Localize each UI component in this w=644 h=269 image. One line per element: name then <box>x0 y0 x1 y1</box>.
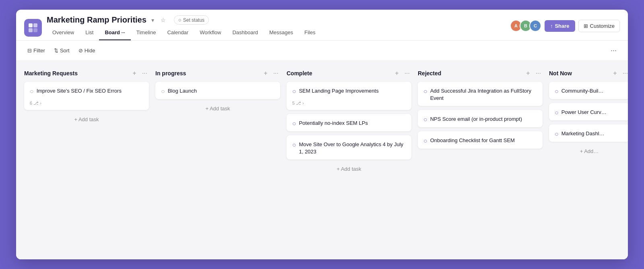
header: Marketing Ramp Priorities ▾ ☆ ○ Set stat… <box>16 10 628 41</box>
column-in-progress: In progress + ··· ○ Blog Launch + Add ta… <box>155 69 280 251</box>
customize-button[interactable]: ⊞ Customize <box>578 20 620 32</box>
card-title: Add Successful Jira Integration as FullS… <box>430 87 537 102</box>
column-more-btn-in-progress[interactable]: ··· <box>272 69 280 78</box>
column-add-btn-in-progress[interactable]: + <box>262 69 269 78</box>
board-more-icon: ··· <box>122 30 125 35</box>
card-title: Potentially no-index SEM LPs <box>299 120 368 127</box>
add-task-btn-marketing-requests[interactable]: + Add task <box>24 114 149 125</box>
filter-icon: ⊟ <box>27 48 32 54</box>
card-blog-launch[interactable]: ○ Blog Launch <box>155 82 280 99</box>
check-icon: ○ <box>555 109 559 116</box>
card-ga4[interactable]: ○ Move Site Over to Google Analytics 4 b… <box>287 135 411 159</box>
card-title: Improve Site's SEO / Fix SEO Errors <box>37 87 122 95</box>
check-icon: ○ <box>30 88 34 95</box>
card-title: SEM Landing Page Improvements <box>299 87 379 95</box>
card-meta: 5 ⎇ › <box>292 98 406 106</box>
hide-icon: ⊘ <box>78 48 83 54</box>
column-more-btn-not-now[interactable]: ··· <box>621 69 628 78</box>
column-add-btn-not-now[interactable]: + <box>611 69 618 78</box>
check-icon: ○ <box>555 130 559 138</box>
tab-board[interactable]: Board ··· <box>99 27 130 40</box>
check-icon: ○ <box>423 116 427 123</box>
tab-overview[interactable]: Overview <box>47 27 80 40</box>
avatar-3: C <box>529 20 541 32</box>
tab-workflow[interactable]: Workflow <box>194 27 227 40</box>
svg-rect-0 <box>29 23 33 27</box>
filter-label: Filter <box>33 48 45 54</box>
column-add-btn-complete[interactable]: + <box>393 69 400 78</box>
column-complete: Complete + ··· ○ SEM Landing Page Improv… <box>287 69 411 251</box>
avatars: A B C <box>510 20 541 32</box>
customize-icon: ⊞ <box>584 23 588 29</box>
column-header-not-now: Not Now + ··· <box>549 69 628 78</box>
column-header-complete: Complete + ··· <box>287 69 411 78</box>
filter-btn[interactable]: ⊟ Filter <box>24 46 48 55</box>
card-sem-landing[interactable]: ○ SEM Landing Page Improvements 5 ⎇ › <box>287 82 411 110</box>
svg-rect-3 <box>33 28 37 32</box>
card-title-row: ○ Add Successful Jira Integration as Ful… <box>423 87 537 102</box>
check-icon: ○ <box>555 88 559 95</box>
add-task-btn-in-progress[interactable]: + Add task <box>155 103 280 114</box>
check-icon: ○ <box>423 137 427 145</box>
card-no-index[interactable]: ○ Potentially no-index SEM LPs <box>287 114 411 131</box>
tab-messages[interactable]: Messages <box>264 27 299 40</box>
column-not-now: Not Now + ··· ○ Community-Buil… ○ Power … <box>549 69 628 251</box>
add-task-btn-not-now[interactable]: + Add… <box>549 146 628 157</box>
column-add-btn-rejected[interactable]: + <box>524 69 531 78</box>
card-title: Power User Curv… <box>561 109 607 116</box>
column-more-btn-marketing-requests[interactable]: ··· <box>140 69 149 78</box>
card-title-row: ○ Improve Site's SEO / Fix SEO Errors <box>30 87 143 95</box>
column-add-btn-marketing-requests[interactable]: + <box>131 69 138 78</box>
tab-files[interactable]: Files <box>299 27 321 40</box>
set-status-label: Set status <box>183 17 204 23</box>
add-task-btn-complete[interactable]: + Add task <box>287 163 411 174</box>
column-title-rejected: Rejected <box>418 70 522 77</box>
tab-calendar[interactable]: Calendar <box>161 27 194 40</box>
card-marketing-dash[interactable]: ○ Marketing Dashl… <box>549 124 628 142</box>
card-title: Onboarding Checklist for Gantt SEM <box>430 137 515 144</box>
column-more-btn-complete[interactable]: ··· <box>403 69 411 78</box>
nav-tabs: Overview List Board ··· Timeline Calenda… <box>47 27 505 40</box>
card-power-user[interactable]: ○ Power User Curv… <box>549 103 628 120</box>
check-icon: ○ <box>292 120 296 127</box>
column-header-marketing-requests: Marketing Requests + ··· <box>24 69 149 78</box>
card-title: Blog Launch <box>168 87 197 95</box>
sort-btn[interactable]: ⇅ Sort <box>51 46 73 55</box>
card-title-row: ○ Blog Launch <box>161 87 275 95</box>
title-dropdown-btn[interactable]: ▾ <box>150 16 156 24</box>
circle-icon: ○ <box>178 17 182 23</box>
card-title: Move Site Over to Google Analytics 4 by … <box>299 141 406 155</box>
set-status-btn[interactable]: ○ Set status <box>174 15 209 25</box>
card-title-row: ○ Power User Curv… <box>555 109 624 116</box>
card-nps[interactable]: ○ NPS Score email (or in-product prompt) <box>418 110 543 127</box>
column-more-btn-rejected[interactable]: ··· <box>534 69 543 78</box>
hide-btn[interactable]: ⊘ Hide <box>75 46 99 55</box>
header-right: A B C ↑ Share ⊞ Customize <box>510 20 620 36</box>
tab-list[interactable]: List <box>80 27 99 40</box>
card-community[interactable]: ○ Community-Buil… <box>549 82 628 99</box>
column-title-complete: Complete <box>287 70 391 77</box>
tab-timeline[interactable]: Timeline <box>131 27 162 40</box>
tab-dashboard[interactable]: Dashboard <box>227 27 264 40</box>
header-title-area: Marketing Ramp Priorities ▾ ☆ ○ Set stat… <box>47 15 505 40</box>
card-meta: 6 ⎇ › <box>30 98 143 106</box>
share-icon: ↑ <box>550 23 553 29</box>
toolbar-more-btn[interactable]: ··· <box>607 45 620 56</box>
card-title-row: ○ Potentially no-index SEM LPs <box>292 120 406 127</box>
app-window: Marketing Ramp Priorities ▾ ☆ ○ Set stat… <box>16 10 628 259</box>
sort-icon: ⇅ <box>54 48 58 54</box>
subtask-count: 5 ⎇ › <box>292 101 304 106</box>
card-jira[interactable]: ○ Add Successful Jira Integration as Ful… <box>418 82 543 106</box>
card-onboarding[interactable]: ○ Onboarding Checklist for Gantt SEM <box>418 131 543 149</box>
project-title: Marketing Ramp Priorities <box>47 15 147 25</box>
star-btn[interactable]: ☆ <box>159 16 167 24</box>
card-title-row: ○ Move Site Over to Google Analytics 4 b… <box>292 141 406 155</box>
share-button[interactable]: ↑ Share <box>545 20 575 32</box>
column-title-not-now: Not Now <box>549 70 609 77</box>
card-title: NPS Score email (or in-product prompt) <box>430 116 522 123</box>
card-title-row: ○ Onboarding Checklist for Gantt SEM <box>423 137 537 145</box>
card-seo[interactable]: ○ Improve Site's SEO / Fix SEO Errors 6 … <box>24 82 149 110</box>
share-label: Share <box>555 23 569 29</box>
svg-rect-2 <box>29 28 33 32</box>
toolbar: ⊟ Filter ⇅ Sort ⊘ Hide ··· <box>16 41 628 61</box>
